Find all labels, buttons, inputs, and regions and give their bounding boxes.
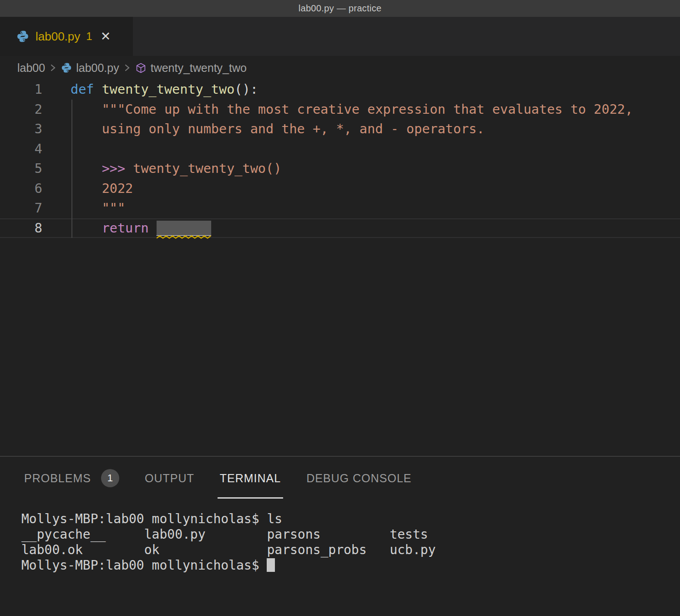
code-text: """Come up with the most creative expres… (71, 102, 633, 117)
panel-tab-terminal[interactable]: TERMINAL (220, 457, 281, 500)
code-text: >>> twenty_twenty_two() (71, 161, 281, 176)
chevron-right-icon (50, 61, 56, 74)
breadcrumb: lab00lab00.pytwenty_twenty_two (0, 56, 680, 80)
terminal-line: Mollys-MBP:lab00 mollynicholas$ (21, 558, 680, 573)
terminal-line: Mollys-MBP:lab00 mollynicholas$ ls (21, 511, 680, 527)
warning-squiggle (157, 235, 211, 239)
python-icon (16, 30, 29, 43)
terminal-text: lab00.ok ok parsons_probs ucb.py (21, 542, 436, 557)
panel-tab-problems[interactable]: PROBLEMS1 (24, 457, 119, 500)
panel-tabs: PROBLEMS1OUTPUTTERMINALDEBUG CONSOLE (0, 457, 680, 500)
window-title: lab00.py — practice (299, 3, 381, 14)
breadcrumb-label: twenty_twenty_two (151, 61, 247, 75)
line-number: 5 (0, 161, 42, 176)
panel-tab-label: PROBLEMS (24, 472, 91, 485)
code-text: def twenty_twenty_two(): (71, 82, 258, 97)
chevron-right-icon (124, 61, 131, 74)
line-number: 1 (0, 82, 42, 97)
symbol-module-icon (135, 62, 147, 74)
line-number: 3 (0, 121, 42, 136)
code-lines: 1def twenty_twenty_two():2 """Come up wi… (0, 80, 680, 238)
tab-problem-count: 1 (86, 30, 92, 43)
terminal-line: lab00.ok ok parsons_probs ucb.py (21, 542, 680, 558)
indent-guide (71, 100, 72, 238)
terminal-text: __pycache__ lab00.py parsons tests (21, 527, 428, 542)
breadcrumb-item-lab00[interactable]: lab00 (17, 61, 45, 75)
code-line[interactable]: 5 >>> twenty_twenty_two() (0, 159, 680, 179)
problems-count-badge: 1 (101, 469, 119, 487)
terminal-text: Mollys-MBP:lab00 mollynicholas$ ls (21, 511, 282, 526)
code-line[interactable]: 2 """Come up with the most creative expr… (0, 100, 680, 120)
code-text: 2022 (71, 181, 133, 196)
tab-label: lab00.py (36, 30, 80, 44)
vscode-window: lab00.py — practice lab00.py 1 ✕ lab00la… (0, 0, 680, 616)
terminal-text: Mollys-MBP:lab00 mollynicholas$ (21, 558, 267, 573)
panel-tab-label: TERMINAL (220, 472, 281, 485)
breadcrumb-item-twenty-twenty-two[interactable]: twenty_twenty_two (135, 61, 247, 75)
code-text: """ (71, 201, 125, 216)
code-text: return _______ (71, 221, 211, 236)
close-icon[interactable]: ✕ (101, 30, 111, 43)
titlebar: lab00.py — practice (0, 0, 680, 17)
code-line[interactable]: 3 using only numbers and the +, *, and -… (0, 119, 680, 139)
code-line[interactable]: 6 2022 (0, 179, 680, 199)
code-line[interactable]: 8 return _______ (0, 218, 680, 238)
line-number: 6 (0, 181, 42, 196)
breadcrumb-label: lab00 (17, 61, 45, 75)
code-text: using only numbers and the +, *, and - o… (71, 121, 484, 136)
line-number: 4 (0, 141, 42, 157)
line-number: 7 (0, 201, 42, 216)
terminal[interactable]: Mollys-MBP:lab00 mollynicholas$ ls__pyca… (0, 500, 680, 573)
panel-tab-label: OUTPUT (145, 472, 194, 485)
code-line[interactable]: 7 """ (0, 198, 680, 218)
panel-tab-debug-console[interactable]: DEBUG CONSOLE (306, 457, 411, 500)
code-editor[interactable]: 1def twenty_twenty_two():2 """Come up wi… (0, 80, 680, 456)
python-icon (61, 62, 72, 73)
panel-tab-output[interactable]: OUTPUT (145, 457, 194, 500)
tab-bar: lab00.py 1 ✕ (0, 17, 680, 56)
panel-tab-label: DEBUG CONSOLE (306, 472, 411, 485)
breadcrumb-item-lab00-py[interactable]: lab00.py (61, 61, 119, 75)
code-line[interactable]: 1def twenty_twenty_two(): (0, 80, 680, 100)
terminal-cursor (267, 558, 275, 572)
code-line[interactable]: 4 (0, 139, 680, 159)
bottom-panel: PROBLEMS1OUTPUTTERMINALDEBUG CONSOLE Mol… (0, 456, 680, 616)
breadcrumb-label: lab00.py (76, 61, 119, 75)
terminal-line: __pycache__ lab00.py parsons tests (21, 527, 680, 542)
line-number: 2 (0, 102, 42, 117)
tab-lab00-py[interactable]: lab00.py 1 ✕ (0, 17, 133, 56)
line-number: 8 (0, 221, 42, 236)
selected-placeholder[interactable]: _______ (157, 221, 211, 236)
